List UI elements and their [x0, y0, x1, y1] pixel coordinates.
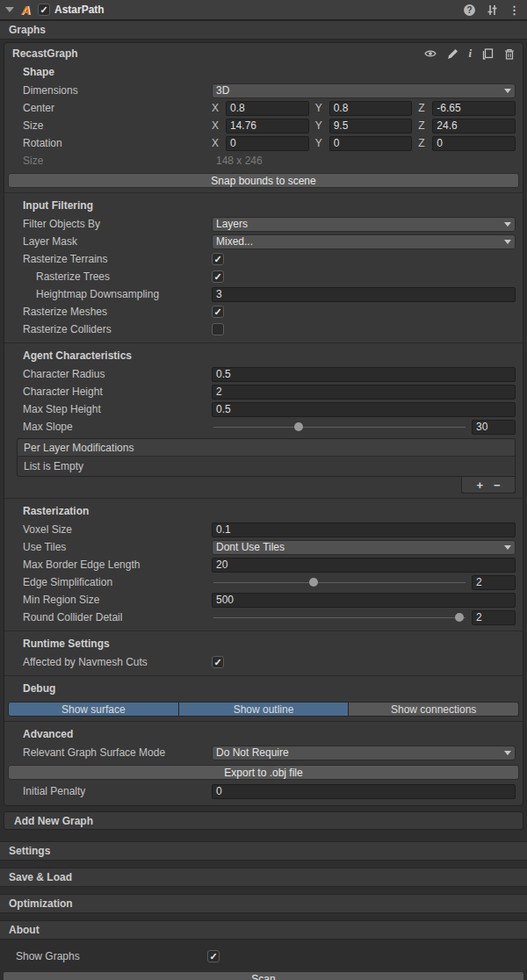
list-add-button[interactable]: + — [476, 479, 483, 491]
rasterize-terrains-checkbox[interactable]: ✓ — [212, 253, 224, 265]
show-surface-toggle[interactable]: Show surface — [8, 702, 179, 717]
duplicate-icon[interactable] — [481, 47, 494, 60]
max-step-height-field[interactable]: 0.5 — [212, 402, 516, 417]
character-radius-label: Character Radius — [4, 368, 212, 380]
size-x-field[interactable]: 14.76 — [226, 119, 309, 133]
rasterize-trees-label: Rasterize Trees — [4, 270, 212, 283]
rotation-x-field[interactable]: 0 — [226, 136, 309, 151]
kebab-menu-icon[interactable]: ⋮ — [509, 4, 520, 17]
rotation-z-field[interactable]: 0 — [432, 136, 516, 151]
size-z-field[interactable]: 24.6 — [432, 119, 516, 133]
size-readonly-label: Size — [4, 155, 212, 167]
edge-simplification-label: Edge Simplification — [4, 576, 212, 588]
center-x-field[interactable]: 0.8 — [226, 101, 309, 116]
trash-icon[interactable] — [503, 47, 516, 60]
dimensions-dropdown[interactable]: 3D — [212, 83, 516, 98]
use-tiles-dropdown[interactable]: Dont Use Tiles — [212, 540, 516, 555]
size-row: Size X 14.76 Y 9.5 Z 24.6 — [4, 117, 523, 134]
relevant-graph-surface-mode-value: Do Not Require — [216, 746, 289, 760]
initial-penalty-field[interactable]: 0 — [212, 784, 516, 799]
rotation-y-field[interactable]: 0 — [329, 136, 413, 151]
size-y-field[interactable]: 9.5 — [329, 119, 413, 133]
list-empty-row: List is Empty — [18, 457, 515, 476]
layer-mask-dropdown[interactable]: Mixed... — [212, 234, 516, 249]
voxel-size-field[interactable]: 0.1 — [212, 522, 516, 537]
round-collider-detail-field[interactable]: 2 — [472, 610, 516, 625]
rasterize-trees-row: Rasterize Trees ✓ — [4, 268, 523, 285]
edge-simplification-field[interactable]: 2 — [472, 575, 516, 590]
component-enabled-checkbox[interactable]: ✓ — [38, 4, 50, 16]
save-load-section-header[interactable]: Save & Load — [0, 868, 527, 887]
optimization-section-header[interactable]: Optimization — [0, 894, 527, 913]
shape-heading: Shape — [4, 62, 523, 82]
rasterize-colliders-checkbox[interactable]: ✓ — [212, 323, 224, 335]
recast-graph-panel: RecastGraph i Shape Dimensions 3D — [4, 42, 523, 806]
recast-graph-title-row[interactable]: RecastGraph i — [4, 43, 523, 62]
center-y-field[interactable]: 0.8 — [329, 101, 413, 116]
slider-track — [213, 582, 466, 583]
astar-logo-icon: A — [18, 4, 33, 17]
check-icon: ✓ — [209, 952, 217, 962]
affected-by-navmesh-cuts-checkbox[interactable]: ✓ — [212, 656, 224, 668]
rasterize-terrains-row: Rasterize Terrains ✓ — [4, 250, 523, 268]
max-border-edge-length-field[interactable]: 20 — [212, 558, 516, 573]
heightmap-downsampling-row: Heightmap Downsampling 3 — [4, 285, 523, 303]
rasterize-meshes-checkbox[interactable]: ✓ — [212, 306, 224, 318]
scan-button[interactable]: Scan — [3, 971, 524, 980]
show-outline-toggle[interactable]: Show outline — [179, 702, 350, 717]
relevant-graph-surface-mode-dropdown[interactable]: Do Not Require — [212, 746, 516, 760]
use-tiles-row: Use Tiles Dont Use Tiles — [4, 538, 523, 556]
presets-icon[interactable] — [486, 4, 498, 16]
foldout-triangle-icon[interactable] — [5, 7, 14, 12]
affected-by-navmesh-cuts-row: Affected by Navmesh Cuts ✓ — [4, 653, 523, 671]
max-border-edge-length-row: Max Border Edge Length 20 — [4, 556, 523, 573]
per-layer-modifications-title: Per Layer Modifications — [24, 442, 134, 454]
size-label: Size — [4, 119, 212, 132]
export-obj-button[interactable]: Export to .obj file — [8, 765, 519, 780]
axis-z-label: Z — [418, 102, 432, 114]
affected-by-navmesh-cuts-label: Affected by Navmesh Cuts — [4, 656, 212, 668]
use-tiles-value: Dont Use Tiles — [216, 541, 285, 554]
help-icon[interactable]: ? — [464, 4, 475, 16]
per-layer-modifications-header[interactable]: Per Layer Modifications — [18, 439, 515, 457]
rasterize-meshes-label: Rasterize Meshes — [4, 306, 212, 318]
rasterize-terrains-label: Rasterize Terrains — [4, 253, 212, 265]
recast-graph-title: RecastGraph — [12, 47, 78, 60]
character-radius-field[interactable]: 0.5 — [212, 367, 516, 382]
settings-section-header[interactable]: Settings — [0, 841, 527, 861]
round-collider-detail-slider[interactable] — [212, 610, 467, 624]
save-load-section-label: Save & Load — [9, 871, 72, 883]
max-slope-label: Max Slope — [4, 421, 212, 433]
max-slope-field[interactable]: 30 — [472, 420, 516, 435]
about-section-header[interactable]: About — [0, 920, 527, 940]
max-slope-slider[interactable] — [212, 420, 467, 434]
eye-icon[interactable] — [424, 47, 437, 60]
graphs-section-header[interactable]: Graphs — [0, 20, 527, 40]
show-graphs-checkbox[interactable]: ✓ — [207, 950, 220, 962]
edge-simplification-slider[interactable] — [212, 575, 467, 589]
voxel-size-row: Voxel Size 0.1 — [4, 521, 523, 538]
slider-handle[interactable] — [455, 613, 464, 622]
round-collider-detail-label: Round Collider Detail — [4, 611, 212, 623]
axis-z-label: Z — [418, 119, 432, 132]
rasterize-trees-checkbox[interactable]: ✓ — [212, 270, 224, 283]
slider-handle[interactable] — [294, 422, 303, 431]
center-z-field[interactable]: -6.65 — [432, 101, 516, 116]
axis-x-label: X — [212, 137, 226, 149]
character-height-field[interactable]: 2 — [212, 385, 516, 400]
filter-objects-by-value: Layers — [216, 218, 248, 231]
slider-handle[interactable] — [309, 578, 318, 587]
pencil-icon[interactable] — [446, 47, 458, 60]
info-icon[interactable]: i — [468, 47, 472, 61]
dimensions-value: 3D — [216, 84, 229, 97]
max-step-height-label: Max Step Height — [4, 403, 212, 415]
rasterization-heading: Rasterization — [4, 498, 523, 521]
snap-bounds-button[interactable]: Snap bounds to scene — [8, 173, 519, 188]
add-new-graph-button[interactable]: Add New Graph — [4, 811, 523, 830]
min-region-size-field[interactable]: 500 — [212, 593, 516, 608]
show-connections-toggle[interactable]: Show connections — [349, 702, 519, 717]
filter-objects-by-dropdown[interactable]: Layers — [212, 217, 516, 232]
list-remove-button[interactable]: − — [494, 479, 501, 491]
check-icon: ✓ — [40, 5, 47, 15]
heightmap-downsampling-field[interactable]: 3 — [212, 287, 516, 302]
